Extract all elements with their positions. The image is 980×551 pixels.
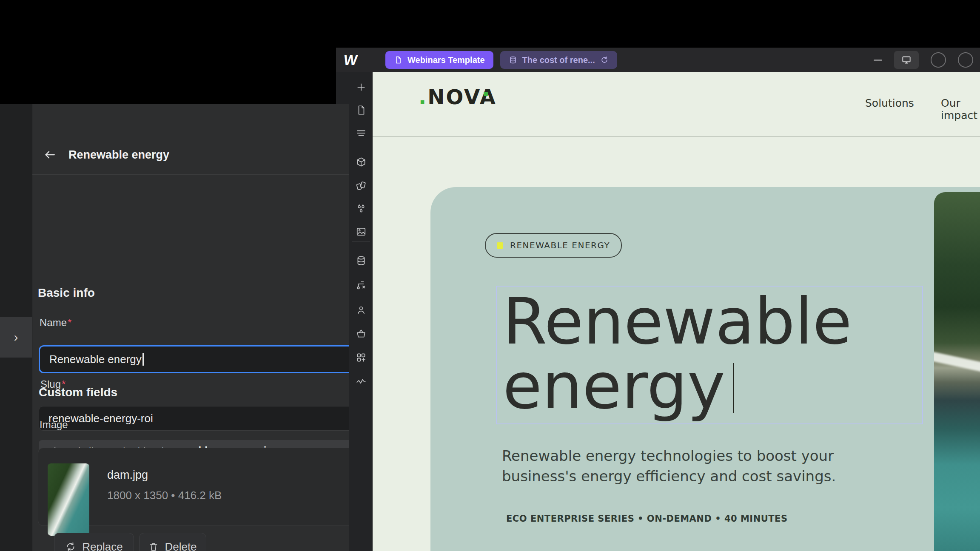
cms-item-panel: Renewable energy Basic info Name* Renewa… — [32, 104, 349, 551]
expand-panel-button[interactable]: › — [0, 317, 32, 358]
database-icon — [509, 56, 517, 64]
collapsed-panel-rail: › — [0, 104, 32, 551]
image-field-card: dam.jpg 1800 x 1350 • 416.2 kB — [38, 448, 349, 526]
titlebar-actions — [874, 51, 973, 69]
tab-cms-item[interactable]: The cost of rene... — [500, 51, 617, 69]
badge-label: RENEWABLE ENERGY — [510, 240, 610, 250]
media-icon[interactable] — [356, 226, 367, 237]
sync-icon — [600, 56, 609, 64]
replace-button[interactable]: Replace — [54, 533, 134, 551]
logic-icon[interactable] — [356, 280, 367, 291]
nav-link-our-impact[interactable]: Our impact — [941, 97, 980, 122]
designer-titlebar: W Webinars Template The cost of rene... — [336, 48, 980, 72]
header-divider — [373, 136, 980, 137]
styles-icon[interactable] — [356, 180, 367, 191]
logo-dot: . — [419, 85, 427, 109]
users-icon[interactable] — [356, 304, 367, 315]
text-cursor — [733, 363, 734, 413]
add-icon[interactable] — [356, 82, 367, 93]
navigator-icon[interactable] — [356, 128, 367, 139]
hero-section: RENEWABLE ENERGY Renewableenergy Renewab… — [430, 187, 980, 551]
designer-canvas: .NOVA Solutions Our impact RENEWABLE ENE… — [373, 72, 980, 551]
hero-heading[interactable]: Renewableenergy — [503, 289, 852, 418]
logo-accent-dot — [484, 92, 488, 96]
device-preview-button[interactable] — [894, 51, 919, 69]
tab-label: Webinars Template — [407, 55, 485, 65]
logo-text: NOVA — [427, 85, 497, 109]
trash-icon — [148, 542, 159, 551]
assets-icon[interactable] — [356, 203, 367, 214]
text-cursor — [142, 353, 144, 366]
delete-button[interactable]: Delete — [139, 533, 206, 551]
cms-icon[interactable] — [356, 255, 367, 266]
hero-meta-line[interactable]: ECO ENTERPRISE SERIES • ON-DEMAND • 40 M… — [506, 514, 788, 524]
image-thumbnail[interactable] — [48, 463, 89, 536]
tab-label: The cost of rene... — [522, 55, 595, 65]
chevron-right-icon: › — [14, 331, 18, 344]
pages-icon[interactable] — [356, 105, 367, 116]
name-label: Name* — [40, 317, 71, 329]
dam-photo[interactable] — [934, 192, 980, 551]
hero-description[interactable]: Renewable energy technologies to boost y… — [502, 446, 836, 487]
preview-button[interactable] — [931, 52, 946, 68]
back-button[interactable] — [43, 148, 57, 162]
ecommerce-icon[interactable] — [356, 328, 367, 339]
apps-icon[interactable] — [356, 352, 367, 363]
image-meta: 1800 x 1350 • 416.2 kB — [107, 489, 222, 502]
dam-water-streak — [934, 349, 980, 374]
publish-button[interactable] — [958, 52, 973, 68]
category-badge[interactable]: RENEWABLE ENERGY — [485, 233, 622, 258]
components-icon[interactable] — [356, 156, 367, 168]
slug-input[interactable]: renewable-energy-roi — [39, 406, 349, 431]
toolbar-divider — [352, 143, 370, 143]
minimize-icon[interactable] — [874, 60, 882, 61]
tab-webinars-template[interactable]: Webinars Template — [385, 51, 493, 69]
name-input[interactable]: Renewable energy — [39, 345, 349, 373]
site-logo[interactable]: .NOVA — [419, 85, 497, 109]
webflow-logo[interactable]: W — [342, 52, 365, 68]
image-field-label: Image — [40, 419, 68, 431]
panel-header: Renewable energy — [32, 135, 349, 174]
panel-title: Renewable energy — [68, 148, 169, 162]
basic-info-heading: Basic info — [38, 286, 95, 300]
activity-icon[interactable] — [356, 376, 367, 387]
page-icon — [394, 56, 402, 64]
heading-selection-outline: Renewableenergy — [496, 286, 923, 424]
divider — [32, 174, 349, 175]
refresh-icon — [65, 541, 76, 551]
image-filename: dam.jpg — [107, 469, 148, 482]
screenshot-stage: W Webinars Template The cost of rene... — [0, 0, 980, 551]
required-asterisk: * — [68, 317, 71, 328]
custom-fields-heading: Custom fields — [39, 386, 117, 399]
toolbar-divider — [352, 241, 370, 242]
badge-swatch-icon — [497, 242, 503, 249]
nav-link-solutions[interactable]: Solutions — [865, 97, 914, 109]
